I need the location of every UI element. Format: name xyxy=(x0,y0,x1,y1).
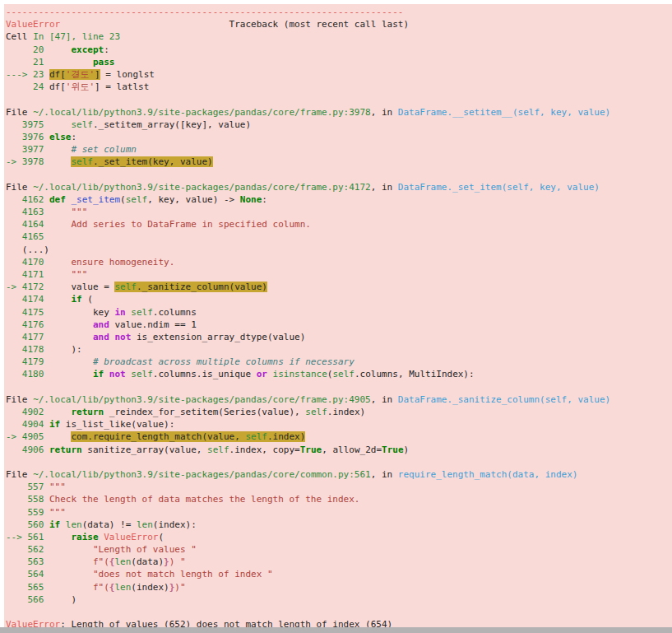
code-token: DataFrame._set_item(self, key, value) xyxy=(398,182,600,193)
code-line: ----------------------------------------… xyxy=(6,6,672,18)
code-token: ] xyxy=(95,69,100,80)
code-line: ---> 23 df['경도'] = longlst xyxy=(6,68,672,81)
code-token: if xyxy=(93,369,104,379)
code-token: 4176 xyxy=(6,319,44,330)
code-token: pass xyxy=(93,57,115,67)
code-token: 4179 xyxy=(6,356,44,367)
code-token: , in xyxy=(371,469,398,480)
code-token xyxy=(44,519,49,530)
code-token: (data) != xyxy=(82,519,137,530)
code-line: 4178 ): xyxy=(6,343,672,356)
code-token xyxy=(44,332,93,342)
code-token: # broadcast across multiple columns if n… xyxy=(93,356,355,367)
code-token: True xyxy=(382,444,404,455)
code-token: self xyxy=(332,369,355,379)
code-token: 4164 xyxy=(6,219,44,230)
code-token: 564 xyxy=(6,569,44,579)
code-token: key xyxy=(44,307,114,318)
code-line: File ~/.local/lib/python3.9/site-package… xyxy=(6,393,672,406)
code-token xyxy=(44,69,49,80)
code-token xyxy=(6,382,12,393)
code-token: 4163 xyxy=(6,207,44,217)
code-token xyxy=(44,294,71,305)
code-token: 4175 xyxy=(6,307,44,318)
code-token: ensure homogeneity. xyxy=(71,257,174,268)
code-token xyxy=(44,257,71,268)
code-token: Traceback (most recent call last) xyxy=(60,19,409,30)
code-token: ( xyxy=(82,294,93,305)
code-token: value.ndim == 1 xyxy=(109,319,197,330)
code-token: 3975 xyxy=(6,119,44,130)
code-token: f"( xyxy=(93,556,109,567)
code-token: , in xyxy=(371,394,398,405)
code-token: , allow_2d= xyxy=(322,444,382,455)
code-token: self xyxy=(131,369,153,379)
code-token: 21 xyxy=(6,57,44,67)
code-token xyxy=(44,144,71,155)
code-token: self xyxy=(245,431,267,442)
horizontal-scrollbar[interactable] xyxy=(0,627,672,633)
code-token: ( xyxy=(120,194,126,205)
code-token: 559 xyxy=(6,507,44,518)
code-line: ValueError Traceback (most recent call l… xyxy=(6,18,672,30)
code-token: self xyxy=(305,407,327,417)
code-token xyxy=(44,556,93,567)
code-token: File xyxy=(6,107,33,118)
code-line: 565 f"({len(index)})" xyxy=(6,581,672,593)
code-token: (index) xyxy=(131,582,169,593)
code-token xyxy=(44,532,71,542)
code-token xyxy=(44,444,49,455)
code-token: File xyxy=(6,469,33,480)
code-token: 4180 xyxy=(6,369,44,379)
code-token: (data) xyxy=(131,556,164,567)
code-token: '위도' xyxy=(66,81,95,92)
code-token: is_list_like(value): xyxy=(60,419,174,430)
code-line: 566 ) xyxy=(6,593,672,606)
code-token: self xyxy=(114,282,137,292)
code-line: 4170 ensure homogeneity. xyxy=(6,256,672,268)
code-token: f"( xyxy=(93,582,109,593)
code-token: DataFrame.__setitem__(self, key, value) xyxy=(398,107,610,118)
code-line: 3975 self._setitem_array([key], value) xyxy=(6,119,672,131)
code-token: ) xyxy=(404,444,410,455)
scrollbar-thumb[interactable] xyxy=(0,627,672,633)
code-token xyxy=(44,156,71,167)
code-line: 563 f"({len(data)}) " xyxy=(6,556,672,568)
code-token: --> 561 xyxy=(6,532,44,542)
code-token: 565 xyxy=(6,582,44,593)
code-token xyxy=(44,544,93,555)
code-line: 562 "Length of values " xyxy=(6,543,672,556)
code-token: )" xyxy=(174,582,185,593)
code-token: Cell xyxy=(6,31,33,42)
code-token: def xyxy=(49,194,66,205)
code-token: ValueError xyxy=(6,619,60,627)
code-token: File xyxy=(6,182,33,193)
code-token: Add series to DataFrame in specified col… xyxy=(71,219,310,230)
code-token xyxy=(44,231,49,242)
code-token: self xyxy=(71,119,93,130)
code-line: 560 if len(data) != len(index): xyxy=(6,519,672,531)
code-token: 563 xyxy=(6,556,44,567)
code-line: 557 """ xyxy=(6,481,672,493)
code-token: df[ xyxy=(44,81,66,92)
code-token: self xyxy=(126,194,148,205)
code-token: self xyxy=(71,156,93,167)
code-token: len xyxy=(137,519,153,530)
code-token: 4904 xyxy=(6,419,44,430)
code-token: 4177 xyxy=(6,332,44,342)
code-token: 4174 xyxy=(6,294,44,305)
code-token: ): xyxy=(44,344,81,355)
code-line xyxy=(6,381,672,393)
code-token xyxy=(44,356,93,367)
code-token: else xyxy=(49,132,72,142)
code-token: 558 xyxy=(6,494,44,505)
code-token: .columns xyxy=(153,307,197,318)
code-token: .index) xyxy=(267,431,305,442)
code-token: 560 xyxy=(6,519,44,530)
code-token: ~/.local/lib/python3.9/site-packages/pan… xyxy=(33,182,371,193)
code-line: 4902 return _reindex_for_setitem(Series(… xyxy=(6,406,672,418)
code-line: 4180 if not self.columns.is_unique or is… xyxy=(6,368,672,380)
code-token: isinstance xyxy=(273,369,327,379)
code-token: 562 xyxy=(6,544,44,555)
code-token: .index) xyxy=(327,407,365,417)
